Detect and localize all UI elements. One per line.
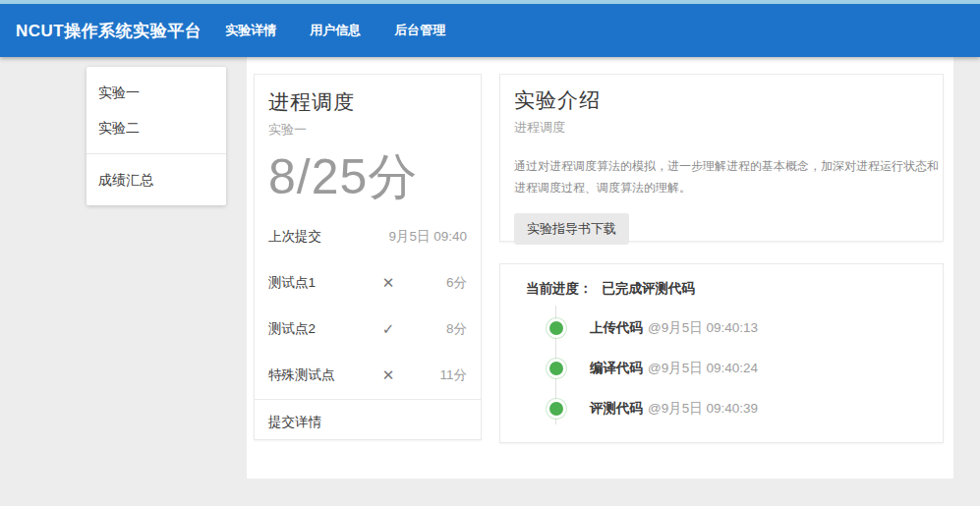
step-label: 编译代码 — [590, 360, 643, 377]
sidebar-item-score-summary[interactable]: 成绩汇总 — [86, 162, 226, 197]
submission-details-button[interactable]: 提交详情 — [255, 399, 481, 445]
app-title: NCUT操作系统实验平台 — [16, 20, 202, 42]
test-point-list: 测试点1✕6分测试点2✓8分特殊测试点✕11分 — [255, 259, 481, 398]
pass-check-icon: ✓ — [359, 320, 418, 338]
nav-experiment-details[interactable]: 实验详情 — [225, 22, 276, 39]
step-done-dot-icon — [547, 399, 566, 419]
experiment-subtitle: 实验一 — [268, 121, 467, 139]
test-point-score: 8分 — [418, 320, 467, 338]
last-submit-label: 上次提交 — [268, 228, 321, 246]
sidebar-experiment-list: 实验一实验二 — [86, 75, 226, 145]
test-point-row: 测试点2✓8分 — [255, 306, 481, 352]
last-submit-time: 9月5日 09:40 — [388, 228, 467, 246]
progress-header: 当前进度：已完成评测代码 — [500, 264, 943, 298]
step-done-dot-icon — [547, 359, 566, 378]
main-nav: 实验详情用户信息后台管理 — [225, 22, 445, 39]
sidebar-item-experiment-2[interactable]: 实验二 — [86, 110, 226, 145]
last-submit-row: 上次提交 9月5日 09:40 — [255, 214, 481, 259]
timeline-steps: 上传代码@9月5日 09:40:13编译代码@9月5日 09:40:24评测代码… — [526, 308, 917, 428]
timeline-step: 评测代码@9月5日 09:40:39 — [526, 388, 917, 428]
progress-timeline: 上传代码@9月5日 09:40:13编译代码@9月5日 09:40:24评测代码… — [526, 308, 917, 428]
app-header: NCUT操作系统实验平台 实验详情用户信息后台管理 — [0, 0, 980, 57]
timeline-step: 上传代码@9月5日 09:40:13 — [526, 308, 917, 348]
step-time: @9月5日 09:40:13 — [648, 319, 758, 337]
nav-user-info[interactable]: 用户信息 — [310, 22, 361, 39]
step-time: @9月5日 09:40:39 — [648, 400, 758, 418]
progress-card: 当前进度：已完成评测代码 上传代码@9月5日 09:40:13编译代码@9月5日… — [499, 263, 944, 443]
nav-admin[interactable]: 后台管理 — [394, 22, 445, 39]
step-label: 评测代码 — [590, 400, 643, 418]
progress-status: 已完成评测代码 — [603, 281, 696, 296]
fail-cross-icon: ✕ — [359, 274, 418, 292]
guide-download-button[interactable]: 实验指导书下载 — [514, 213, 629, 245]
score-card-header: 进程调度 实验一 8/25分 — [255, 75, 481, 202]
step-done-dot-icon — [547, 318, 566, 338]
test-point-label: 特殊测试点 — [268, 366, 359, 384]
test-point-score: 11分 — [418, 366, 467, 384]
intro-subtitle: 进程调度 — [514, 119, 929, 137]
test-point-row: 测试点1✕6分 — [255, 259, 481, 306]
score-value: 8/25分 — [268, 152, 467, 202]
timeline-step: 编译代码@9月5日 09:40:24 — [526, 348, 917, 388]
sidebar-divider — [86, 153, 226, 154]
test-point-label: 测试点1 — [268, 274, 359, 292]
step-time: @9月5日 09:40:24 — [648, 360, 758, 377]
test-point-row: 特殊测试点✕11分 — [255, 352, 481, 398]
progress-label: 当前进度： — [526, 281, 593, 296]
step-label: 上传代码 — [590, 319, 643, 337]
sidebar: 实验一实验二 成绩汇总 — [86, 67, 226, 205]
sidebar-item-experiment-1[interactable]: 实验一 — [86, 75, 226, 110]
intro-title: 实验介绍 — [514, 86, 929, 114]
fail-cross-icon: ✕ — [359, 366, 418, 384]
intro-card: 实验介绍 进程调度 通过对进程调度算法的模拟，进一步理解进程的基本概念，加深对进… — [499, 74, 944, 242]
test-point-score: 6分 — [418, 274, 467, 292]
test-point-label: 测试点2 — [268, 320, 359, 338]
intro-card-header: 实验介绍 进程调度 — [500, 75, 943, 137]
experiment-title: 进程调度 — [268, 88, 467, 116]
score-card: 进程调度 实验一 8/25分 上次提交 9月5日 09:40 测试点1✕6分测试… — [254, 74, 482, 440]
intro-description: 通过对进程调度算法的模拟，进一步理解进程的基本概念，加深对进程运行状态和进程调度… — [514, 155, 939, 198]
